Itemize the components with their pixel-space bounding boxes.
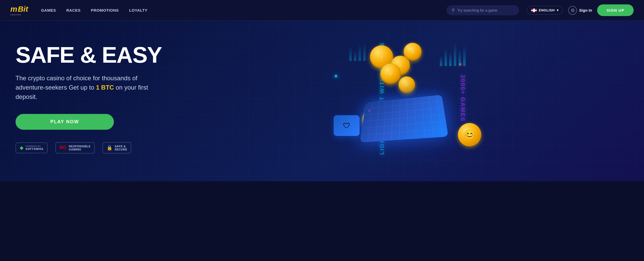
language-label: ENGLISH [539,8,555,12]
search-icon: ⚲ [452,8,455,13]
bitcoin-coin-5 [398,76,415,93]
chart-bars-right [440,43,466,66]
chart-bar [354,50,356,61]
language-button[interactable]: ENGLISH ▾ [527,6,563,15]
chart-bar [454,43,456,66]
flag-icon [531,9,537,12]
nav-link-loyalty[interactable]: LOYALTY [129,8,148,12]
chart-bar [440,56,442,66]
platform-scene: LIGHTNING-FAST WITHDRAWALS 2000+ GAMES [318,40,486,157]
user-avatar-icon: ⊙ [571,8,575,13]
chart-bar [444,48,447,66]
badge-softswiss: ◆ POWERED BY SoftSwiss [16,142,48,153]
logo-m: m [10,5,17,13]
hero-section: SAFE & EASY The crypto casino of choice … [0,21,644,181]
nav-right: ENGLISH ▾ ⊙ Sign In SIGN UP [527,4,634,16]
nav-links: GAMES RACES PROMOTIONS LOYALTY [41,8,148,12]
hero-illustration: LIGHTNING-FAST WITHDRAWALS 2000+ GAMES [176,36,628,161]
trust-badges: ◆ POWERED BY SoftSwiss RG RESPONSIBLEGAM… [16,142,176,154]
search-bar[interactable]: ⚲ [447,5,519,15]
nav-link-games[interactable]: GAMES [41,8,56,12]
softswiss-icon: ◆ [20,145,24,151]
play-now-button[interactable]: PLAY NOW [16,114,114,130]
platform-base [360,95,448,142]
glow-dot-1 [335,75,337,77]
neon-label-right: 2000+ GAMES [459,75,466,122]
coin-mascot [458,123,481,146]
sign-up-button[interactable]: SIGN UP [597,4,634,16]
logo[interactable]: mBit casino [10,5,28,16]
rg-icon: RG [60,145,67,150]
chart-bar [363,43,366,61]
chart-bar [349,47,352,61]
nav-link-races[interactable]: RACES [66,8,80,12]
badge-softswiss-label: SoftSwiss [26,147,43,150]
hero-description: The crypto casino of choice for thousand… [16,74,155,102]
chart-bar [449,52,452,66]
badge-responsible-gaming: RG RESPONSIBLEGAMING [55,142,95,154]
hero-content: SAFE & EASY The crypto casino of choice … [16,44,176,154]
wallet-card [334,115,360,136]
badge-safe-label: SAFE &SECURE [115,145,127,151]
lock-icon: 🔒 [107,145,113,151]
hero-title: SAFE & EASY [16,44,176,66]
badge-safe-secure: 🔒 SAFE &SECURE [103,142,131,154]
bitcoin-coin-3 [404,43,422,61]
bitcoin-coin-4 [380,63,401,84]
sign-in-button[interactable]: ⊙ Sign In [568,6,592,15]
chart-bar [358,44,361,61]
glow-dot-3 [460,63,461,65]
user-icon: ⊙ [568,6,577,15]
hero-btc-highlight: 1 BTC [96,84,114,91]
badge-powered-by: POWERED BY [26,145,43,147]
logo-bit: Bit [18,5,28,13]
glow-dot-2 [369,110,370,111]
chevron-down-icon: ▾ [557,8,559,12]
badge-rg-label: RESPONSIBLEGAMING [69,145,91,151]
nav-link-promotions[interactable]: PROMOTIONS [91,8,119,12]
search-input[interactable] [457,8,514,12]
navbar: mBit casino GAMES RACES PROMOTIONS LOYAL… [0,0,644,21]
chart-bars-left [349,43,366,61]
logo-sub: casino [10,13,28,16]
chart-bar [463,45,466,66]
sign-in-label: Sign In [579,8,592,12]
